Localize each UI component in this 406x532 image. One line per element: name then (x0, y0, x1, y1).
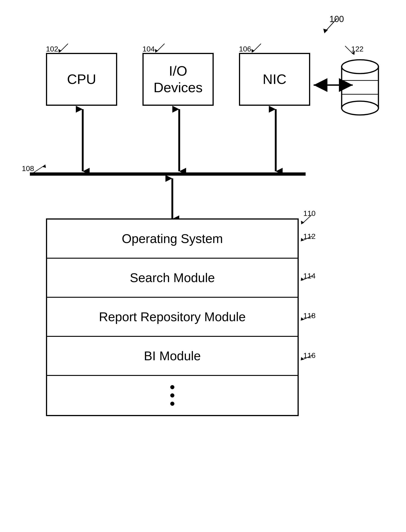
software-stack-box: Operating System Search Module Report Re… (46, 218, 299, 416)
svg-line-8 (345, 46, 353, 54)
os-row: Operating System (47, 220, 297, 259)
svg-marker-7 (251, 49, 254, 53)
dots-row (47, 376, 297, 415)
svg-line-19 (32, 166, 44, 174)
svg-line-2 (60, 44, 68, 52)
cpu-label: CPU (67, 71, 96, 88)
search-module-row: Search Module (47, 259, 297, 298)
bi-module-label: BI Module (144, 348, 201, 363)
svg-marker-3 (58, 49, 62, 53)
ref-112-arrow (300, 235, 314, 243)
svg-line-6 (253, 44, 261, 52)
svg-marker-23 (301, 221, 304, 224)
ref-100-arrow (321, 16, 339, 35)
cpu-bus-arrow (76, 106, 90, 175)
io-label: I/O Devices (153, 63, 203, 96)
svg-line-0 (326, 18, 337, 31)
nic-db-arrow (310, 78, 356, 92)
os-label: Operating System (122, 231, 223, 246)
ref-116-arrow (300, 354, 314, 362)
ref-102-arrow (57, 43, 70, 53)
bi-module-row: BI Module (47, 337, 297, 376)
cpu-box: CPU (46, 53, 117, 106)
io-bus-arrow (172, 106, 186, 175)
svg-line-4 (156, 44, 165, 52)
ref-122-arrow (343, 45, 357, 55)
ref-114-arrow (300, 274, 314, 282)
nic-label: NIC (263, 71, 286, 88)
search-module-label: Search Module (130, 270, 215, 285)
diagram: 100 102 104 106 122 CPU I/O Devices NIC (0, 0, 406, 532)
nic-box: NIC (239, 53, 310, 106)
dot-3 (170, 402, 174, 406)
svg-line-22 (302, 215, 312, 223)
report-repo-label: Report Repository Module (99, 310, 246, 324)
dot-1 (170, 385, 174, 389)
bus-stack-arrow (166, 176, 179, 222)
bus-line (30, 172, 306, 176)
report-repo-row: Report Repository Module (47, 298, 297, 337)
ref-118-arrow (300, 314, 314, 322)
svg-point-11 (342, 60, 378, 74)
ref-110-arrow (300, 214, 314, 225)
io-box: I/O Devices (142, 53, 214, 106)
svg-marker-5 (155, 49, 158, 53)
ref-104-arrow (153, 43, 167, 53)
nic-bus-arrow (269, 106, 283, 175)
ref-108-arrow (31, 163, 47, 175)
dot-2 (170, 393, 174, 398)
ref-106-arrow (250, 43, 263, 53)
svg-point-12 (342, 101, 378, 115)
svg-marker-9 (352, 51, 355, 55)
